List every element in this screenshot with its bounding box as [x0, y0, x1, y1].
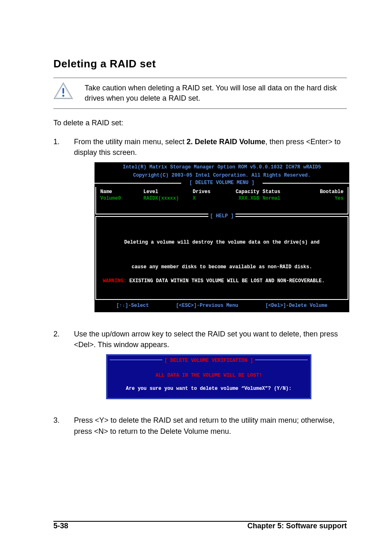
- bios-title-2: Copyright(C) 2003-05 Intel Corporation. …: [95, 170, 349, 179]
- step-number: 1.: [53, 136, 65, 323]
- step-number: 3.: [53, 415, 65, 436]
- cell-drives: X: [193, 195, 226, 202]
- bios-screenshot-delete-menu: Intel(R) Matrix Storage Manager Option R…: [95, 162, 349, 313]
- step-1-bold: 2. Delete RAID Volume: [187, 138, 265, 146]
- intro-text: To delete a RAID set:: [53, 119, 347, 127]
- bios-help-label: [ HELP ]: [96, 213, 348, 219]
- cell-name: Volume0: [100, 195, 143, 202]
- svg-rect-0: [62, 88, 64, 94]
- page-number: 5-38: [53, 522, 68, 530]
- cell-capacity: XXX.XGB: [226, 195, 263, 202]
- key-select: [↑↓]-Select: [116, 302, 149, 309]
- help-line-1: Deleting a volume will destroy the volum…: [100, 239, 344, 246]
- warning-prefix: WARNING:: [103, 278, 127, 284]
- dialog-warning: ALL DATA IN THE VOLUME WILL BE LOST!: [111, 372, 306, 379]
- key-delete: [<Del>]-Delete Volume: [265, 302, 327, 309]
- bios-section-label: [ DELETE VOLUME MENU ]: [95, 179, 349, 187]
- cell-bootable: Yes: [295, 195, 344, 202]
- step-3: 3. Press <Y> to delete the RAID set and …: [53, 415, 347, 436]
- key-prev: [<ESC>]-Previous Menu: [176, 302, 238, 309]
- step-number: 2.: [53, 329, 65, 409]
- svg-point-1: [62, 95, 65, 97]
- bios-volume-table: Name Level Drives Capacity Status Bootab…: [95, 187, 348, 214]
- page-heading: Deleting a RAID set: [53, 58, 347, 70]
- bios-screenshot-confirm-dialog: [ DELETE VOLUME VERIFICATION ] ALL DATA …: [106, 354, 311, 399]
- col-bootable: Bootable: [295, 189, 344, 195]
- dialog-title: [ DELETE VOLUME VERIFICATION ]: [111, 357, 306, 364]
- help-warning: WARNING: EXISTING DATA WITHIN THIS VOLUM…: [100, 278, 344, 284]
- bios-footer-keys: [↑↓]-Select [<ESC>]-Previous Menu [<Del>…: [95, 300, 349, 312]
- caution-text: Take caution when deleting a RAID set. Y…: [85, 82, 347, 104]
- step-2-text: Use the up/down arrow key to select the …: [74, 330, 338, 349]
- col-status: Status: [263, 189, 295, 195]
- bios-title-1: Intel(R) Matrix Storage Manager Option R…: [95, 162, 349, 170]
- caution-block: Take caution when deleting a RAID set. Y…: [53, 78, 347, 109]
- col-drives: Drives: [193, 189, 226, 195]
- step-3-text: Press <Y> to delete the RAID set and ret…: [74, 415, 347, 436]
- cell-level: RAIDX(xxxxx): [143, 195, 193, 202]
- table-row: Volume0 RAIDX(xxxxx) X XXX.XGB Normal Ye…: [100, 195, 344, 202]
- col-capacity: Capacity: [226, 189, 263, 195]
- warning-text: EXISTING DATA WITHIN THIS VOLUME WILL BE…: [127, 278, 325, 284]
- step-2: 2. Use the up/down arrow key to select t…: [53, 329, 347, 409]
- chapter-title: Chapter 5: Software support: [247, 522, 347, 530]
- dialog-prompt: Are you sure you want to delete volume “…: [111, 385, 306, 392]
- page-footer: 5-38 Chapter 5: Software support: [53, 521, 347, 530]
- caution-icon: [53, 82, 73, 100]
- help-line-2: cause any member disks to become availab…: [100, 264, 344, 270]
- cell-status: Normal: [263, 195, 295, 202]
- step-1-pre: From the utility main menu, select: [74, 138, 187, 146]
- col-level: Level: [143, 189, 193, 195]
- col-name: Name: [100, 189, 143, 195]
- step-1: 1. From the utility main menu, select 2.…: [53, 136, 347, 323]
- table-header-row: Name Level Drives Capacity Status Bootab…: [100, 189, 344, 195]
- bios-help-box: [ HELP ] Deleting a volume will destroy …: [95, 216, 348, 300]
